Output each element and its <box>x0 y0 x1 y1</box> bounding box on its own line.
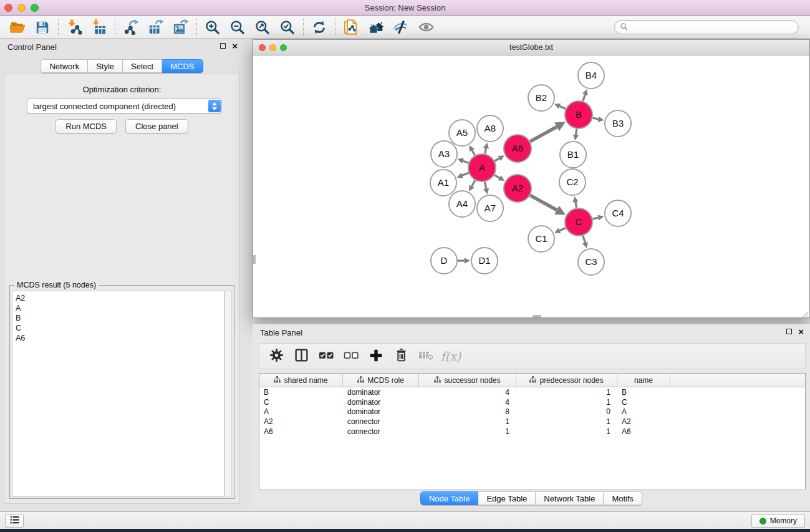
graph-node-B4[interactable]: B4 <box>578 62 604 89</box>
graph-node-A5[interactable]: A5 <box>449 120 475 146</box>
window-titlebar[interactable]: Session: New Session <box>0 0 810 16</box>
network-window-titlebar[interactable]: testGlobe.txt <box>253 40 809 56</box>
graph-node-A[interactable]: A <box>468 154 496 181</box>
cell-name[interactable]: A6 <box>617 427 670 436</box>
criterion-select[interactable]: largest connected component (directed) <box>27 99 222 114</box>
column-header-shared-name[interactable]: shared name <box>259 374 343 387</box>
graph-edge-C-C1[interactable] <box>554 228 566 233</box>
mcds-result-item[interactable]: A <box>16 303 224 313</box>
graph-node-B2[interactable]: B2 <box>528 85 554 111</box>
open-session-button[interactable] <box>5 17 30 37</box>
import-network-button[interactable] <box>62 17 87 37</box>
cell-shared-name[interactable]: A2 <box>259 417 343 426</box>
graph-edge-A-A8[interactable] <box>483 143 489 154</box>
search-field[interactable] <box>614 20 799 34</box>
cell-predecessor-nodes[interactable]: 1 <box>516 427 617 436</box>
close-panel-icon[interactable]: × <box>232 42 238 49</box>
table-row[interactable]: A2connector11A2 <box>259 417 805 427</box>
graph-edge-A-A1[interactable] <box>456 173 468 178</box>
hide-graphics-button[interactable] <box>388 17 413 37</box>
graph-node-D[interactable]: D <box>431 248 457 274</box>
mcds-result-item[interactable]: A2 <box>16 293 224 303</box>
tab-style[interactable]: Style <box>88 59 123 73</box>
import-table-button[interactable] <box>87 17 112 37</box>
cell-successor-nodes[interactable]: 8 <box>419 407 516 416</box>
network-file-button[interactable] <box>339 17 364 37</box>
delete-table-button[interactable] <box>415 346 436 367</box>
graph-edge-B-B2[interactable] <box>554 104 566 109</box>
zoom-selected-button[interactable] <box>275 17 300 37</box>
graph-node-A1[interactable]: A1 <box>430 170 456 196</box>
cell-successor-nodes[interactable]: 1 <box>419 427 516 436</box>
run-mcds-button[interactable]: Run MCDS <box>55 119 117 133</box>
graph-edge-A2-C[interactable] <box>530 195 566 215</box>
result-scrollbar[interactable] <box>224 291 232 496</box>
column-header-MCDS-role[interactable]: MCDS role <box>343 374 419 387</box>
zoom-fit-button[interactable] <box>250 17 275 37</box>
close-panel-icon[interactable]: × <box>798 328 804 335</box>
tab-motifs[interactable]: Motifs <box>604 491 642 505</box>
table-options-button[interactable] <box>266 346 287 367</box>
refresh-button[interactable] <box>307 17 332 37</box>
tab-node-table[interactable]: Node Table <box>420 491 479 505</box>
create-column-button[interactable] <box>365 346 387 367</box>
cell-shared-name[interactable]: A <box>259 407 343 416</box>
table-row[interactable]: Adominator80A <box>259 407 805 417</box>
cell-MCDS-role[interactable]: dominator <box>343 407 419 416</box>
table-row[interactable]: Cdominator41C <box>259 397 805 407</box>
cell-name[interactable]: A <box>617 407 670 416</box>
tab-edge-table[interactable]: Edge Table <box>478 491 536 505</box>
graph-node-B[interactable]: B <box>565 101 592 128</box>
graph-edge-C-C2[interactable] <box>572 196 578 208</box>
graph-node-A3[interactable]: A3 <box>431 141 457 167</box>
tab-mcds[interactable]: MCDS <box>162 59 203 73</box>
cell-shared-name[interactable]: C <box>259 398 343 407</box>
search-input[interactable] <box>631 23 793 32</box>
cell-predecessor-nodes[interactable]: 0 <box>516 407 617 416</box>
graph-edge-C-C4[interactable] <box>592 215 604 220</box>
show-graphics-button[interactable] <box>413 17 438 37</box>
column-header-predecessor-nodes[interactable]: predecessor nodes <box>516 374 617 387</box>
graph-node-C[interactable]: C <box>565 208 592 236</box>
graph-edge-A-A4[interactable] <box>469 180 475 191</box>
horizontal-scroll-thumb[interactable] <box>533 315 541 317</box>
cell-name[interactable]: A2 <box>617 417 670 426</box>
graph-node-C4[interactable]: C4 <box>605 200 631 226</box>
cell-MCDS-role[interactable]: connector <box>343 427 419 436</box>
memory-button[interactable]: Memory <box>751 514 805 528</box>
column-header-name[interactable]: name <box>617 374 670 387</box>
zoom-in-button[interactable] <box>200 17 225 37</box>
network-canvas[interactable]: AA1A2A3A4A5A6A7A8BB1B2B3B4CC1C2C3C4DD1 <box>253 56 809 317</box>
graph-edge-A-A3[interactable] <box>458 158 469 164</box>
float-panel-icon[interactable] <box>786 329 792 334</box>
unselect-all-button[interactable] <box>340 346 362 367</box>
panel-chooser-button[interactable] <box>5 514 24 528</box>
graph-edge-D-D1[interactable] <box>458 258 470 263</box>
graph-edge-C-C3[interactable] <box>582 236 588 248</box>
cell-MCDS-role[interactable]: connector <box>343 417 419 426</box>
mcds-result-item[interactable]: B <box>16 313 224 323</box>
save-session-button[interactable] <box>30 17 55 37</box>
select-all-button[interactable] <box>316 346 337 367</box>
graph-node-A4[interactable]: A4 <box>449 191 475 217</box>
column-header-successor-nodes[interactable]: successor nodes <box>419 374 516 387</box>
graph-node-C2[interactable]: C2 <box>559 169 586 195</box>
graph-node-A7[interactable]: A7 <box>477 195 503 221</box>
resize-grip-icon[interactable] <box>801 309 809 317</box>
zoom-out-button[interactable] <box>225 17 250 37</box>
tab-network[interactable]: Network <box>41 59 88 73</box>
graph-edge-B-B3[interactable] <box>592 116 604 122</box>
delete-column-button[interactable] <box>390 346 412 367</box>
float-panel-icon[interactable] <box>220 43 226 49</box>
cell-successor-nodes[interactable]: 4 <box>419 398 516 407</box>
cell-shared-name[interactable]: B <box>259 388 343 397</box>
cell-predecessor-nodes[interactable]: 1 <box>516 417 617 426</box>
cell-shared-name[interactable]: A6 <box>259 427 343 436</box>
export-image-button[interactable] <box>168 17 193 37</box>
graph-node-D1[interactable]: D1 <box>471 248 498 274</box>
graph-node-A8[interactable]: A8 <box>477 115 503 142</box>
graph-edge-A-A2[interactable] <box>494 175 504 181</box>
function-builder-button[interactable]: f(x) <box>440 346 461 367</box>
graph-edge-B-B1[interactable] <box>573 129 579 140</box>
graph-edge-A-A5[interactable] <box>469 145 475 155</box>
